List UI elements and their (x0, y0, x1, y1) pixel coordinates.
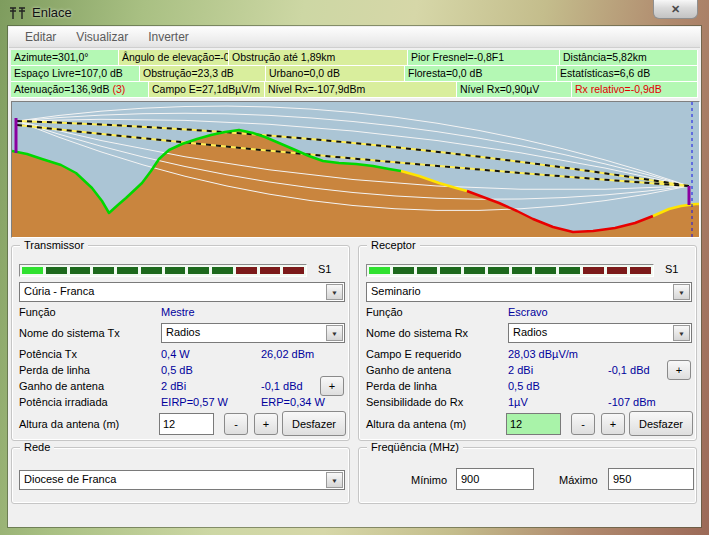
rx-relative-cell: Rx relativo=-0,9dB (572, 82, 698, 98)
titlebar: Enlace ✕ (0, 0, 709, 26)
tx-power-label: Potência Tx (19, 348, 77, 360)
tx-lineloss-label: Perda de linha (19, 364, 90, 376)
rx-sensitivity-dbm: -107 dBm (608, 396, 656, 408)
profile-canvas[interactable] (12, 102, 699, 237)
close-button[interactable]: ✕ (653, 0, 698, 19)
chevron-down-icon[interactable]: ▼ (326, 284, 343, 300)
attenuation-note: (3) (112, 83, 125, 95)
rx-role-label: Função (366, 306, 403, 318)
signal-segment (393, 267, 414, 274)
obstruction-distance-cell: Obstrução até 1,89km (229, 50, 408, 66)
frequency-group-label: Freqüência (MHz) (367, 441, 463, 453)
menu-inverter[interactable]: Inverter (138, 28, 199, 46)
transmitter-group: Transmissor S1 Cúria - Franca ▼ Função M… (11, 245, 350, 441)
tx-undo-button[interactable]: Desfazer (282, 411, 346, 436)
signal-segment (488, 267, 509, 274)
rx-height-decrease-button[interactable]: - (571, 413, 595, 435)
rx-sensitivity-uv: 1µV (508, 396, 528, 408)
efield-cell: Campo E=27,1dBµV/m (149, 82, 265, 98)
rx-height-label: Altura da antena (m) (366, 418, 466, 430)
tx-lineloss-row: Perda de linha 0,5 dB (12, 364, 349, 380)
tx-erp-value: ERP=0,34 W (261, 396, 325, 408)
profile-chart[interactable] (11, 101, 700, 238)
rx-role-value: Escravo (508, 306, 548, 318)
signal-segment (283, 267, 304, 274)
signal-segment (559, 267, 580, 274)
rx-system-value: Radios (513, 326, 547, 338)
rx-gain-row: Ganho de antena 2 dBi -0,1 dBd (359, 364, 696, 380)
rx-gain-dbd: -0,1 dBd (608, 364, 650, 376)
rx-unit-select[interactable]: Seminario ▼ (366, 282, 692, 302)
chevron-down-icon[interactable]: ▼ (326, 472, 343, 488)
signal-segment (369, 267, 390, 274)
rx-signal-label: S1 (665, 263, 678, 275)
tx-gain-dbi: 2 dBi (161, 380, 186, 392)
tx-unit-select[interactable]: Cúria - Franca ▼ (19, 282, 345, 302)
menubar: Editar Visualizar Inverter (9, 27, 700, 48)
distance-cell: Distância=5,82km (560, 50, 698, 66)
signal-segment (165, 267, 186, 274)
tx-radiated-row: Potência irradiada EIRP=0,57 W ERP=0,34 … (12, 396, 349, 412)
tx-height-increase-button[interactable]: + (254, 413, 278, 435)
rx-unit-value: Seminario (371, 285, 421, 297)
rx-level-dbm-cell: Nível Rx=-107,9dBm (265, 82, 457, 98)
tx-eirp-value: EIRP=0,57 W (161, 396, 228, 408)
menu-editar[interactable]: Editar (15, 28, 66, 46)
rx-antenna-plus-button[interactable]: + (667, 360, 691, 380)
signal-segment (70, 267, 91, 274)
chevron-down-icon[interactable]: ▼ (673, 284, 690, 300)
tx-height-label: Altura da antena (m) (19, 418, 119, 430)
tx-system-select[interactable]: Radios ▼ (161, 323, 345, 343)
menu-visualizar[interactable]: Visualizar (66, 28, 138, 46)
rx-lineloss-row: Perda de linha 0,5 dB (359, 380, 696, 396)
chevron-down-icon[interactable]: ▼ (673, 325, 690, 341)
signal-segment (512, 267, 533, 274)
rx-height-increase-button[interactable]: + (601, 413, 625, 435)
tx-height-input[interactable] (159, 413, 214, 435)
signal-segment (46, 267, 67, 274)
rx-role-row: Função Escravo (359, 306, 696, 322)
signal-segment (630, 267, 651, 274)
frequency-min-label: Mínimo (411, 474, 447, 486)
frequency-max-label: Máximo (559, 474, 598, 486)
status-row-2: Espaço Livre=107,0 dB Obstrução=23,3 dB … (11, 66, 698, 82)
tx-antenna-plus-button[interactable]: + (320, 376, 344, 396)
rx-efield-label: Campo E requerido (366, 348, 461, 360)
signal-segment (464, 267, 485, 274)
tx-system-label: Nome do sistema Tx (19, 327, 120, 339)
rx-system-label: Nome do sistema Rx (366, 327, 468, 339)
urban-loss-cell: Urbano=0,0 dB (266, 66, 405, 82)
attenuation-cell: Atenuação=136,9dB (3) (11, 82, 149, 98)
frequency-max-input[interactable] (608, 468, 694, 490)
signal-segment (117, 267, 138, 274)
close-icon: ✕ (671, 3, 680, 16)
rx-undo-button[interactable]: Desfazer (629, 411, 693, 436)
tx-height-decrease-button[interactable]: - (224, 413, 248, 435)
signal-segment (440, 267, 461, 274)
signal-segment (188, 267, 209, 274)
rx-system-select[interactable]: Radios ▼ (508, 323, 692, 343)
rx-gain-dbi: 2 dBi (508, 364, 533, 376)
tx-unit-value: Cúria - Franca (24, 285, 94, 297)
signal-segment (141, 267, 162, 274)
frequency-min-input[interactable] (456, 468, 534, 490)
tx-radiated-label: Potência irradiada (19, 396, 108, 408)
tx-signal-bar (19, 264, 307, 277)
tx-power-watts: 0,4 W (161, 348, 190, 360)
link-status-grid: Azimute=301,0° Ângulo de elevação=-0,307… (11, 50, 698, 98)
chevron-down-icon[interactable]: ▼ (326, 325, 343, 341)
rx-efield-value: 28,03 dBµV/m (508, 348, 578, 360)
rx-sensitivity-label: Sensibilidade do Rx (366, 396, 463, 408)
tx-signal-label: S1 (318, 263, 331, 275)
signal-segment (212, 267, 233, 274)
network-value: Diocese de Franca (24, 473, 116, 485)
rx-efield-row: Campo E requerido 28,03 dBµV/m (359, 348, 696, 364)
status-row-3: Atenuação=136,9dB (3) Campo E=27,1dBµV/m… (11, 82, 698, 98)
enlace-window: Enlace ✕ Editar Visualizar Inverter Azim… (0, 0, 709, 535)
frequency-group: Freqüência (MHz) Mínimo Máximo (358, 447, 697, 504)
rx-height-input[interactable] (506, 413, 561, 435)
app-icon (9, 5, 27, 21)
network-select[interactable]: Diocese de Franca ▼ (19, 470, 345, 490)
worst-fresnel-cell: Pior Fresnel=-0,8F1 (408, 50, 560, 66)
signal-segment (607, 267, 628, 274)
